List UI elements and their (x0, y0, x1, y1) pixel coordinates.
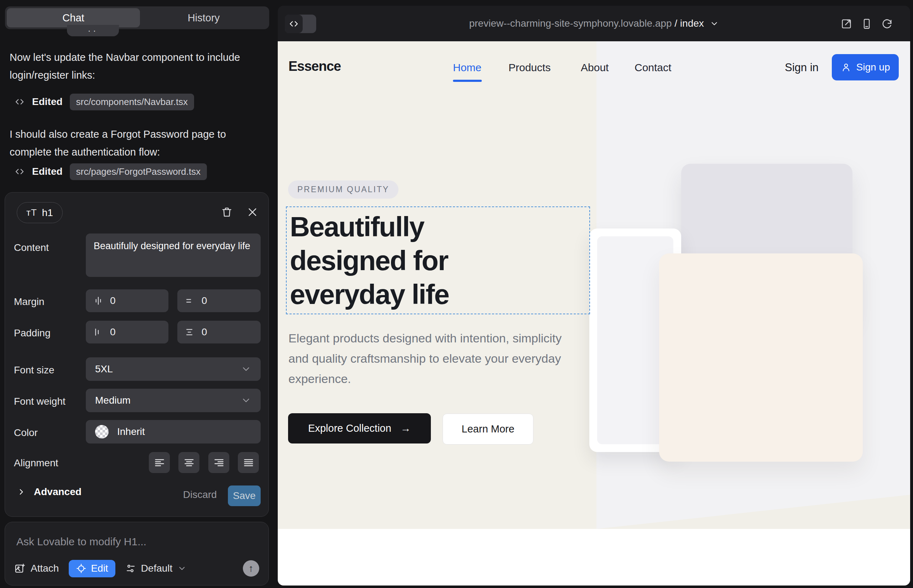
file-chip[interactable]: src/components/Navbar.tsx (70, 94, 194, 110)
font-size-label: Font size (14, 365, 55, 376)
content-label: Content (14, 242, 49, 254)
nav-link-products[interactable]: Products (508, 61, 550, 74)
chevron-right-icon (17, 487, 26, 496)
nav-link-home[interactable]: Home (453, 61, 481, 74)
code-view-toggle[interactable] (285, 15, 316, 33)
font-weight-label: Font weight (14, 396, 66, 407)
edited-label: Edited (32, 96, 63, 108)
align-center-button[interactable] (178, 452, 199, 473)
padding-y-input[interactable]: 0 (177, 321, 261, 344)
code-icon (285, 15, 303, 33)
color-value: Inherit (117, 426, 145, 438)
send-button[interactable]: ↑ (243, 560, 259, 577)
mobile-view-button[interactable] (860, 18, 873, 30)
align-justify-button[interactable] (238, 452, 259, 473)
align-justify-icon (243, 457, 254, 469)
chevron-down-icon (241, 395, 251, 406)
decorative-card-cream (659, 254, 863, 462)
padding-y-value: 0 (202, 326, 207, 338)
url-page: index (680, 18, 704, 29)
text-type-icon: тT (26, 207, 37, 218)
delete-element-button[interactable] (219, 204, 235, 220)
url-host: preview--charming-site-symphony.lovable.… (469, 18, 672, 29)
edited-label: Edited (32, 166, 63, 177)
edited-file-row[interactable]: Edited src/pages/ForgotPassword.tsx (14, 163, 207, 180)
open-external-button[interactable] (840, 18, 853, 30)
content-textarea[interactable]: Beautifully designed for everyday life (86, 234, 261, 277)
edit-mode-button[interactable]: Edit (69, 560, 115, 577)
default-mode-button[interactable]: Default (125, 563, 187, 574)
external-link-icon (840, 18, 853, 30)
chat-message: I should also create a Forgot Password p… (10, 125, 259, 161)
color-select[interactable]: Inherit (86, 420, 261, 444)
close-editor-button[interactable] (244, 204, 261, 220)
align-right-button[interactable] (208, 452, 229, 473)
sign-in-link[interactable]: Sign in (785, 61, 819, 74)
active-nav-underline (453, 80, 482, 82)
discard-button[interactable]: Discard (183, 489, 217, 501)
code-icon (14, 166, 25, 177)
margin-y-input[interactable]: 0 (177, 289, 261, 312)
font-weight-value: Medium (95, 395, 131, 406)
code-icon (14, 97, 25, 107)
explore-collection-button[interactable]: Explore Collection → (288, 413, 431, 444)
close-icon (247, 207, 258, 218)
clipped-chip: ·· (67, 25, 119, 36)
attach-button[interactable]: Attach (14, 563, 59, 574)
advanced-toggle[interactable]: Advanced (17, 486, 81, 498)
url-bar[interactable]: preview--charming-site-symphony.lovable.… (278, 18, 910, 29)
margin-label: Margin (14, 296, 45, 307)
align-left-icon (154, 457, 165, 469)
font-weight-select[interactable]: Medium (86, 389, 261, 412)
user-icon (841, 62, 851, 73)
padding-x-value: 0 (110, 326, 116, 338)
premium-quality-badge: PREMIUM QUALITY (288, 181, 398, 199)
preview-window: preview--charming-site-symphony.lovable.… (278, 6, 910, 585)
alignment-label: Alignment (14, 457, 58, 469)
file-chip[interactable]: src/pages/ForgotPassword.tsx (70, 163, 207, 180)
edited-file-row[interactable]: Edited src/components/Navbar.tsx (14, 93, 194, 110)
url-separator: / (672, 18, 680, 29)
smartphone-icon (861, 18, 873, 30)
explore-collection-label: Explore Collection (308, 423, 391, 434)
tab-chat[interactable]: Chat (7, 8, 140, 27)
edit-label: Edit (91, 563, 108, 574)
align-right-icon (213, 457, 225, 469)
chevron-down-icon (177, 564, 186, 573)
selected-element-tag[interactable]: тT h1 (17, 202, 63, 223)
element-tag-label: h1 (42, 207, 53, 218)
target-icon (76, 563, 87, 574)
margin-x-icon (93, 296, 104, 306)
nav-link-contact[interactable]: Contact (635, 61, 671, 74)
align-center-icon (183, 457, 195, 469)
trash-icon (221, 206, 233, 218)
site-logo[interactable]: Essence (288, 59, 341, 74)
font-size-select[interactable]: 5XL (86, 357, 261, 381)
arrow-up-icon: ↑ (249, 563, 254, 574)
tab-history[interactable]: History (140, 8, 267, 27)
margin-x-input[interactable]: 0 (86, 289, 168, 312)
font-size-value: 5XL (95, 363, 113, 375)
default-label: Default (141, 563, 173, 574)
arrow-right-icon: → (401, 423, 411, 434)
chat-composer[interactable]: Ask Lovable to modify H1... Attach Edit … (5, 522, 269, 585)
padding-x-input[interactable]: 0 (86, 321, 168, 344)
learn-more-button[interactable]: Learn More (443, 414, 533, 444)
browser-toolbar: preview--charming-site-symphony.lovable.… (278, 6, 910, 41)
margin-y-icon (185, 296, 195, 306)
composer-placeholder[interactable]: Ask Lovable to modify H1... (16, 536, 146, 548)
refresh-button[interactable] (881, 18, 894, 30)
save-button[interactable]: Save (228, 486, 261, 506)
chat-message: Now let's update the Navbar component to… (10, 48, 259, 84)
sign-up-button[interactable]: Sign up (832, 54, 899, 81)
align-left-button[interactable] (149, 452, 170, 473)
margin-x-value: 0 (110, 295, 116, 307)
site-canvas: Essence Home Products About Contact Sign… (278, 41, 910, 585)
refresh-icon (881, 18, 893, 30)
chevron-down-icon (241, 364, 251, 375)
nav-link-about[interactable]: About (581, 61, 609, 74)
chevron-down-icon (710, 19, 719, 28)
margin-y-value: 0 (202, 295, 207, 307)
hero-heading[interactable]: Beautifully designed for everyday life (290, 210, 511, 312)
advanced-label: Advanced (34, 486, 81, 498)
